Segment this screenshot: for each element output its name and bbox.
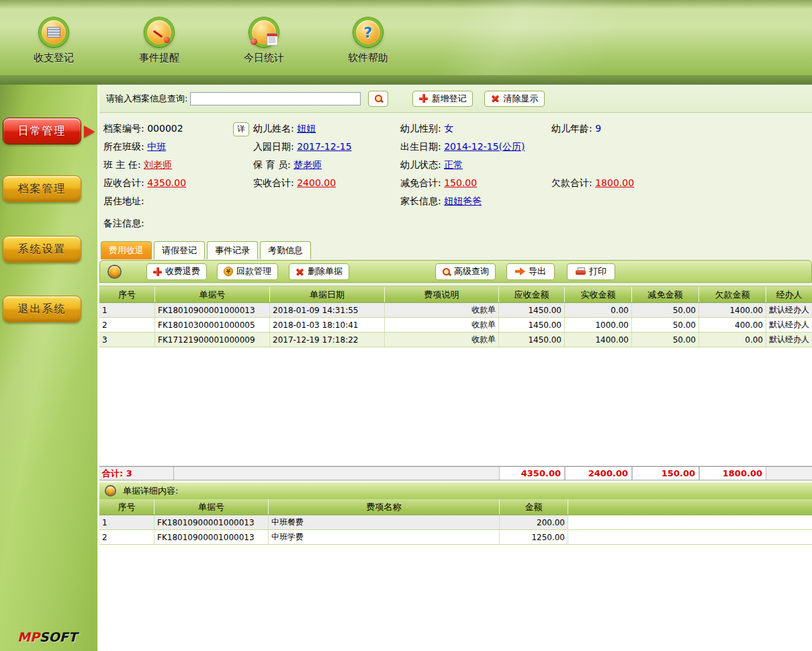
ledger-icon [39,17,69,47]
repayment-button[interactable]: ¥ 回款管理 [217,263,278,280]
tab-fee-records[interactable]: 费用收退 [101,241,152,259]
coin-icon: ¥ [224,267,233,276]
gender-value: 女 [444,123,453,134]
receivable-total-field: 应收合计: 4350.00 [103,177,186,189]
invoice-detail-title: 单据详细内容: [123,485,178,497]
age-value: 9 [595,123,601,134]
clear-display-label: 清除显示 [503,93,538,105]
sidebar-item-label: 系统设置 [18,243,66,257]
table-row[interactable]: 2 FK18010300001000005 2018-01-03 18:10:4… [99,318,812,333]
col-header-no: 序号 [99,287,155,302]
collapse-orb-icon[interactable] [109,266,120,277]
tab-attendance[interactable]: 考勤信息 [260,241,311,259]
search-label: 请输入档案信息查询: [106,93,187,105]
sidebar-item-archive-management[interactable]: 档案管理 [3,175,81,202]
topbar-item-help[interactable]: ? 软件帮助 [338,17,398,64]
active-arrow-icon [84,126,95,138]
enroll-date-field: 入园日期: 2017-12-15 [253,141,352,153]
search-icon [374,94,383,103]
total-waived: 150.00 [632,467,699,480]
export-button[interactable]: 导出 [506,263,555,280]
remark-field: 备注信息: [103,218,144,230]
totals-row: 合计: 3 4350.00 2400.00 150.00 1800.00 [99,466,812,480]
fee-table: 序号 单据号 单据日期 费项说明 应收金额 实收金额 减免金额 欠款金额 经办人… [99,286,812,347]
topbar-item-today-stats[interactable]: 今日统计 [234,17,294,64]
invoice-detail-header-bar: 单据详细内容: [99,482,812,499]
print-button[interactable]: 打印 [567,263,615,280]
toolbar-divider-strip [0,75,812,85]
parent-link[interactable]: 妞妞爸爸 [444,196,482,206]
receivable-total-value[interactable]: 4350.00 [147,177,186,188]
child-profile-panel: 档案编号: 000002 详 幼儿姓名: 妞妞 幼儿性别: 女 幼儿年龄: 9 … [99,113,812,239]
enroll-date-link[interactable]: 2017-12-15 [297,141,351,152]
owed-total-value[interactable]: 1800.00 [595,177,634,188]
head-teacher-field: 班 主 任: 刘老师 [103,159,172,171]
sidebar-item-label: 退出系统 [18,302,66,316]
fee-table-header: 序号 单据号 单据日期 费项说明 应收金额 实收金额 减免金额 欠款金额 经办人 [99,287,812,303]
invoice-detail-table: 序号 单据号 费项名称 金额 1 FK18010900001000013 中班餐… [99,499,812,545]
plus-icon [153,267,162,276]
col-header-blank [568,499,812,515]
col-header-owed: 欠款金额 [699,287,766,302]
waived-total-value[interactable]: 150.00 [444,177,477,188]
charge-refund-button[interactable]: 收费退费 [146,263,207,280]
topbar-label: 软件帮助 [348,52,388,64]
delete-invoice-button[interactable]: 删除单据 [289,263,349,280]
col-header-waived: 减免金额 [632,287,699,302]
search-button[interactable] [368,91,388,107]
detail-row[interactable]: 2 FK18010900001000013 中班学费 1250.00 [99,530,812,545]
topbar-label: 收支登记 [34,52,74,64]
reminder-icon [144,17,174,47]
class-link[interactable]: 中班 [147,141,166,152]
address-field: 居住地址: [103,196,144,208]
delete-invoice-label: 删除单据 [308,265,343,277]
export-arrow-icon [515,267,525,275]
status-link[interactable]: 正常 [444,159,463,170]
child-name-link[interactable]: 妞妞 [297,123,316,134]
tab-event-records[interactable]: 事件记录 [207,241,258,259]
search-input[interactable] [190,92,361,105]
search-icon [442,267,451,276]
col-header-invoice: 单据号 [154,499,269,515]
col-header-invoice: 单据号 [155,287,270,302]
head-teacher-link[interactable]: 刘老师 [144,159,172,170]
clear-display-button[interactable]: 清除显示 [484,91,545,107]
charge-refund-label: 收费退费 [165,265,200,277]
owed-total-field: 欠款合计: 1800.00 [551,177,634,189]
col-header-no: 序号 [99,499,154,515]
repayment-label: 回款管理 [236,265,271,277]
detail-row-blank [568,530,812,544]
topbar-item-event-reminder[interactable]: 事件提醒 [129,17,189,64]
clear-x-icon [491,94,500,103]
table-row[interactable]: 1 FK18010900001000013 2018-01-09 14:31:5… [99,303,812,318]
archive-no-label: 档案编号: 000002 [103,123,183,135]
status-field: 幼儿状态: 正常 [400,159,463,171]
sidebar-item-daily-management[interactable]: 日常管理 [3,118,81,144]
sidebar-item-exit-system[interactable]: 退出系统 [3,296,81,322]
nurse-link[interactable]: 楚老师 [294,159,322,170]
detail-table-empty-area [99,545,812,651]
printer-icon [576,267,586,276]
top-toolbar: 收支登记 事件提醒 今日统计 ? 软件帮助 [0,0,812,75]
mpsoft-logo: MPSOFT [17,630,77,644]
plus-icon [419,94,428,103]
detail-row[interactable]: 1 FK18010900001000013 中班餐费 200.00 [99,515,812,530]
col-header-receivable: 应收金额 [499,287,565,302]
collapse-orb-icon[interactable] [106,486,115,495]
export-label: 导出 [529,265,546,277]
totals-count-label: 合计: 3 [99,467,174,480]
new-register-button[interactable]: 新增登记 [412,91,473,107]
tab-bar: 费用收退 请假登记 事件记录 考勤信息 [99,239,812,259]
table-row[interactable]: 3 FK17121900001000009 2017-12-19 17:18:2… [99,333,812,347]
child-name-field: 幼儿姓名: 妞妞 [253,123,316,135]
sidebar-item-system-settings[interactable]: 系统设置 [3,236,81,263]
tab-leave-register[interactable]: 请假登记 [154,241,205,259]
advanced-query-button[interactable]: 高级查询 [435,263,496,280]
birth-date-link[interactable]: 2014-12-15(公历) [444,141,525,152]
received-total-value[interactable]: 2400.00 [297,177,336,188]
total-receivable: 4350.00 [499,467,565,480]
detail-button[interactable]: 详 [233,122,249,136]
topbar-item-income-register[interactable]: 收支登记 [24,17,84,64]
fee-table-empty-area [99,347,812,466]
nurse-field: 保 育 员: 楚老师 [253,159,322,171]
